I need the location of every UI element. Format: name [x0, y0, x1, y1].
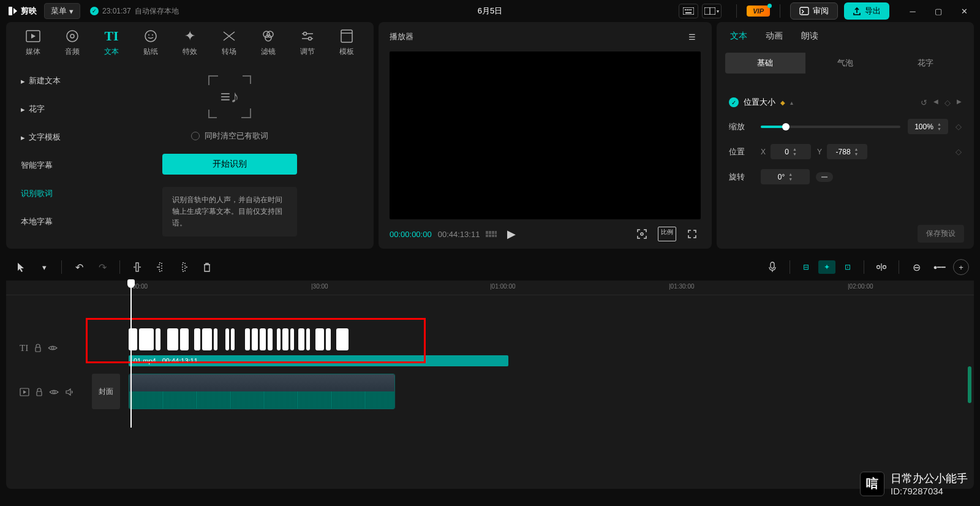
sidebar-new-text[interactable]: ▸新建文本	[13, 69, 78, 93]
clear-lyrics-checkbox[interactable]: 同时清空已有歌词	[191, 130, 268, 142]
timeline-ruler[interactable]: 00:00 |30:00 |01:00:00 |01:30:00 |02:00:…	[6, 281, 974, 295]
svg-rect-4	[688, 9, 690, 10]
adjust-icon	[301, 28, 314, 44]
split-left-tool[interactable]	[151, 257, 170, 277]
start-recognize-button[interactable]: 开始识别	[162, 154, 297, 175]
eye-icon[interactable]	[49, 388, 59, 396]
svg-point-41	[53, 391, 55, 393]
mode-2[interactable]: ✦	[818, 260, 835, 274]
nav-tab-adjust[interactable]: 调节	[288, 27, 327, 58]
svg-point-14	[148, 34, 149, 36]
scale-slider[interactable]	[761, 126, 900, 128]
sidebar-fancy-text[interactable]: ▸花字	[13, 97, 78, 121]
check-icon: ✓	[90, 7, 99, 15]
play-button[interactable]: ▶	[503, 227, 520, 241]
svg-rect-3	[687, 9, 688, 10]
transition-icon	[222, 28, 236, 44]
snap-tool[interactable]	[872, 257, 891, 277]
pos-y-input[interactable]: -788▲▼	[827, 144, 867, 159]
chevron-down-icon: ▾	[69, 7, 74, 16]
text-icon: TI	[104, 28, 118, 44]
cover-button[interactable]: 封面	[92, 374, 120, 409]
zoom-in-button[interactable]: +	[953, 259, 969, 275]
video-player[interactable]	[390, 51, 701, 219]
vip-badge[interactable]: VIP	[747, 6, 770, 17]
subtitle-clips[interactable]	[129, 328, 349, 350]
props-tab-animation[interactable]: 动画	[766, 31, 783, 44]
svg-point-38	[51, 347, 54, 349]
nav-tab-text[interactable]: TI文本	[92, 27, 131, 58]
seg-fancy[interactable]: 花字	[885, 53, 965, 74]
export-icon	[853, 7, 861, 15]
cursor-dropdown[interactable]: ▾	[34, 257, 54, 277]
props-tab-read[interactable]: 朗读	[801, 31, 818, 44]
mode-1[interactable]: ⊟	[797, 260, 815, 274]
props-tab-text[interactable]: 文本	[730, 31, 747, 44]
lock-icon[interactable]	[36, 388, 43, 396]
sidebar-text-template[interactable]: ▸文字模板	[13, 126, 78, 149]
svg-rect-2	[685, 9, 686, 10]
grid-icon[interactable]	[486, 231, 497, 237]
diamond-icon: ◆	[780, 99, 785, 106]
split-tool[interactable]	[127, 257, 147, 277]
fullscreen-icon[interactable]	[684, 227, 701, 241]
effect-icon: ✦	[184, 28, 195, 44]
pos-x-input[interactable]: 0▲▼	[771, 144, 811, 159]
mode-3[interactable]: ⊡	[839, 260, 856, 274]
lyrics-recognize-icon: ≡♪	[208, 75, 251, 118]
nav-tab-media[interactable]: 媒体	[13, 27, 53, 58]
mute-icon[interactable]	[65, 388, 74, 396]
zoom-slider-thumb[interactable]: ●━━	[930, 257, 949, 277]
keyframe-icon[interactable]: ◇	[944, 98, 951, 107]
scale-label: 缩放	[729, 121, 753, 132]
svg-point-13	[145, 31, 156, 42]
seg-basic[interactable]: 基础	[725, 53, 805, 74]
nav-tab-transition[interactable]: 转场	[209, 27, 249, 58]
scale-value[interactable]: 100%▲▼	[908, 119, 948, 134]
delete-tool[interactable]	[197, 257, 217, 277]
layout-icon[interactable]: ▾	[702, 4, 722, 18]
keyboard-icon[interactable]	[679, 4, 698, 18]
video-clip[interactable]	[129, 374, 395, 409]
preview-menu-icon[interactable]: ☰	[684, 29, 701, 44]
sidebar-local-subtitle[interactable]: 本地字幕	[13, 210, 78, 233]
seg-bubble[interactable]: 气泡	[805, 53, 886, 74]
nav-tab-audio[interactable]: 音频	[53, 27, 92, 58]
chevron-right-icon: ▸	[21, 133, 25, 142]
minimize-button[interactable]: ─	[904, 4, 921, 18]
sidebar-smart-subtitle[interactable]: 智能字幕	[13, 154, 78, 177]
maximize-button[interactable]: ▢	[930, 4, 947, 18]
sidebar-recognize-lyrics[interactable]: 识别歌词	[13, 182, 78, 205]
cursor-tool[interactable]	[11, 257, 31, 277]
playhead[interactable]	[130, 281, 132, 428]
focus-icon[interactable]	[633, 227, 650, 241]
nav-tab-template[interactable]: 模板	[327, 27, 366, 58]
prev-keyframe-icon[interactable]: ◀	[933, 98, 938, 107]
rotate-input[interactable]: 0°▲▼	[761, 169, 810, 184]
export-button[interactable]: 导出	[844, 2, 889, 20]
position-label: 位置	[729, 146, 753, 157]
rotate-toggle[interactable]	[816, 172, 833, 182]
nav-tab-effect[interactable]: ✦特效	[170, 27, 209, 58]
ratio-button[interactable]: 比例	[658, 227, 676, 241]
menu-button[interactable]: 菜单 ▾	[44, 3, 80, 19]
eye-icon[interactable]	[48, 344, 58, 352]
review-button[interactable]: 审阅	[790, 2, 838, 20]
mic-icon[interactable]	[763, 257, 782, 277]
nav-tab-filter[interactable]: 滤镜	[249, 27, 288, 58]
svg-point-36	[883, 266, 886, 269]
save-preset-button[interactable]: 保存预设	[918, 225, 964, 243]
reset-icon[interactable]: ↺	[921, 98, 927, 107]
review-icon	[799, 7, 809, 15]
nav-tab-sticker[interactable]: 贴纸	[131, 27, 170, 58]
next-keyframe-icon[interactable]: ▶	[957, 98, 962, 107]
audio-info-bar[interactable]: 01.mp4 00:44:13:11	[129, 355, 508, 366]
undo-button[interactable]: ↶	[69, 257, 89, 277]
split-right-tool[interactable]	[174, 257, 194, 277]
close-button[interactable]: ✕	[956, 4, 973, 18]
redo-button[interactable]: ↷	[92, 257, 112, 277]
svg-point-22	[309, 37, 312, 40]
zoom-out-button[interactable]: ⊖	[907, 257, 926, 277]
section-check-icon[interactable]: ✓	[729, 97, 739, 107]
lock-icon[interactable]	[34, 344, 42, 352]
